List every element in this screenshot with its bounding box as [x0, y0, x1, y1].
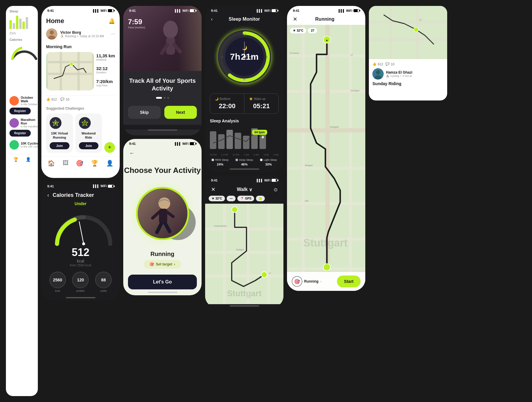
activity-title: Choose Your Activity: [123, 166, 202, 175]
svg-rect-84: [369, 21, 447, 23]
like-item[interactable]: 👍 612: [46, 97, 57, 101]
home-status-icons: ▌▌▌ WiFi: [93, 9, 114, 12]
metric-value-1: 2560: [53, 278, 62, 282]
more-dots[interactable]: ···: [111, 31, 115, 37]
svg-text:▲: ▲: [325, 38, 328, 42]
profile-nav-icon[interactable]: 👤: [106, 160, 113, 167]
right-user-date: 3 Oct at: [403, 74, 412, 77]
sleep-back-btn[interactable]: ‹: [211, 17, 213, 22]
right-partial-like-row: 👍 612 💬 10: [372, 62, 444, 66]
sleep-chart: 64 bpm: [205, 127, 283, 153]
activity-back-btn[interactable]: ←: [129, 150, 134, 156]
calories-back-btn[interactable]: ‹: [47, 192, 49, 198]
svg-point-10: [55, 122, 56, 124]
svg-text:12: 12: [243, 33, 246, 37]
walk-title: Walk ∨: [237, 187, 252, 192]
walk-close-btn[interactable]: ✕: [211, 186, 215, 193]
start-btn[interactable]: Start: [337, 275, 361, 287]
register-btn-1[interactable]: Register: [9, 108, 31, 114]
trophy-nav-icon[interactable]: 🏆: [91, 160, 98, 167]
set-target-btn[interactable]: 🎯 Set target ›: [144, 260, 181, 269]
svg-rect-5: [48, 73, 92, 75]
svg-rect-41: [226, 130, 233, 149]
gallery-nav-icon[interactable]: 🖼: [63, 160, 69, 166]
walk-settings-btn[interactable]: ⊙: [274, 187, 278, 192]
calories-status-time: 9:41: [47, 184, 54, 188]
target-nav-icon[interactable]: 🎯: [76, 160, 83, 167]
right-user-name: Hamza El Ghazi: [386, 70, 412, 74]
register-btn-2[interactable]: Register: [9, 130, 31, 137]
join-btn-1[interactable]: Join: [50, 142, 69, 149]
svg-point-91: [376, 70, 380, 74]
metric-2: 120 protein: [72, 272, 89, 292]
svg-text:Stuttgart: Stuttgart: [351, 89, 360, 92]
comment-item[interactable]: 💬 10: [60, 97, 69, 101]
distance-stat: 11,35 km Distance: [96, 53, 115, 66]
bottom-nav: 🏠 🖼 🎯 🏆 👤: [41, 156, 120, 170]
svg-rect-54: [267, 204, 270, 304]
duration-label: Duration: [96, 71, 115, 74]
skip-button[interactable]: Skip: [128, 106, 161, 119]
cycle-icon-rt: 🚴: [386, 74, 389, 77]
right-comment-item[interactable]: 💬 10: [385, 62, 394, 66]
deep-pct: 46%: [241, 163, 248, 166]
svg-rect-43: [243, 136, 249, 149]
svg-text:Kronenstraße: Kronenstraße: [214, 225, 227, 227]
bar4: [19, 19, 22, 29]
home-nav-icon[interactable]: 🏠: [48, 160, 55, 167]
run-icon: 🏃: [60, 35, 64, 38]
wifi-icon-ob: WiFi: [182, 9, 189, 12]
sleep-bars: [9, 14, 34, 29]
x-label-2: 12 PM: [232, 153, 239, 156]
runner-image: [123, 6, 202, 71]
bell-icon[interactable]: 🔔: [108, 18, 115, 24]
pace-value: 7:20/km: [96, 79, 115, 84]
sleep-status-icons: ▌▌▌ WiFi: [257, 9, 278, 12]
challenge-desc-1: in the October lk between 1 O...: [21, 103, 38, 106]
route-target-icon[interactable]: 🎯: [292, 276, 302, 287]
walk-phone: 9:41 ▌▌▌ WiFi ✕ Walk ∨ ⊙ ☀ 32°C — 📍: [205, 176, 283, 308]
lets-go-btn[interactable]: Let's Go: [128, 275, 197, 289]
join-btn-2[interactable]: Join: [79, 142, 99, 149]
sleep-clock: 12 3 6 9 🌙 7h 21m: [205, 25, 283, 89]
right-like-item[interactable]: 👍 612: [372, 62, 383, 66]
activity-status-icons: ▌▌▌ WiFi: [175, 142, 196, 145]
challenges-title: Suggested Challenges: [46, 106, 115, 111]
sleep-status-time: 9:41: [211, 9, 218, 12]
run-info-row: 11,35 km Distance 32:12 Duration 7:20/km…: [46, 52, 115, 93]
route-header: ✕ Running: [287, 14, 365, 25]
add-challenge-btn[interactable]: +: [104, 142, 115, 153]
partial-bottom-icons: 🏆 👤: [9, 154, 34, 162]
bar1: [9, 20, 12, 29]
svg-point-56: [261, 272, 267, 278]
sleep-times: 🌙 Bedtime 22:00 ☀️ Wake up 05:21: [210, 93, 279, 114]
next-button[interactable]: Next: [164, 106, 197, 119]
signal-icon-ob: ▌▌▌: [175, 9, 181, 12]
pace-display: 7:59 Pace (min/km): [128, 18, 145, 29]
distance-value: 11,35 km: [96, 53, 115, 58]
activity-image: [138, 189, 187, 238]
battery-icon-cal: [108, 185, 114, 188]
calories-status-icons: ▌▌▌ WiFi: [93, 184, 114, 188]
start-marker: [259, 197, 262, 200]
right-partial-content: 👍 612 💬 10 Hamza El Gh: [369, 59, 447, 89]
challenge-card-1: 10K Virtual Running Join: [46, 114, 73, 153]
comment-count: 10: [66, 98, 69, 101]
route-close-btn[interactable]: ✕: [293, 16, 297, 22]
challenge-info-3: 10K Cycling in the 10K Cycling October..…: [21, 142, 38, 148]
home-indicator-act: [148, 292, 177, 293]
svg-point-75: [323, 264, 330, 271]
rem-label: REM Sleep: [215, 158, 229, 161]
right-partial-map: 27: [369, 6, 447, 59]
svg-text:Kronenstr.: Kronenstr.: [290, 52, 299, 54]
user-activity-row: 🏃 Running • Today at 10:10 AM: [60, 35, 104, 38]
walk-temp-badge: ☀ 32°C: [209, 196, 225, 201]
bedtime-label: 🌙 Bedtime: [215, 97, 239, 100]
walk-header: ✕ Walk ∨ ⊙: [205, 183, 283, 196]
metric-1: 2560 kcal: [49, 272, 66, 292]
onboarding-status-bar: 9:41 ▌▌▌ WiFi: [123, 6, 202, 14]
challenge-items-partial: October Walk in the October lk between 1…: [9, 96, 34, 150]
svg-text:Stuttgart: Stuttgart: [330, 126, 339, 128]
bar3: [16, 16, 18, 29]
svg-rect-86: [390, 6, 392, 59]
